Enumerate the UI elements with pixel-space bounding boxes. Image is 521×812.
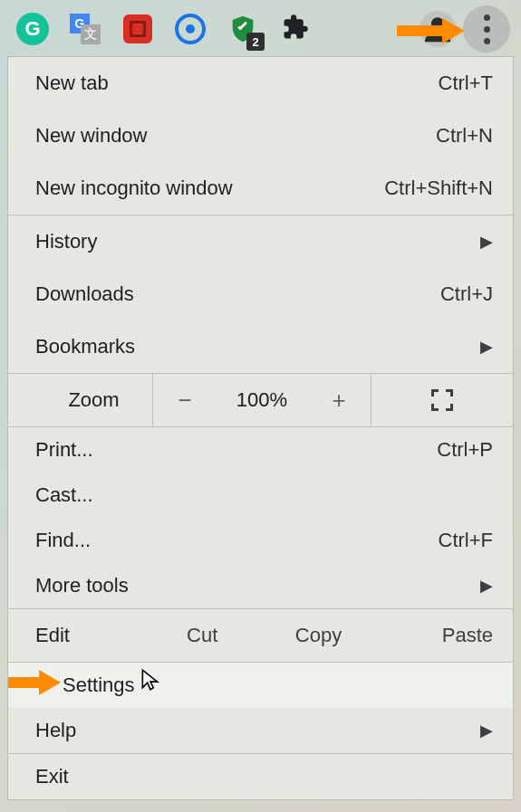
menu-item-new-tab[interactable]: New tab Ctrl+T <box>8 57 513 110</box>
mouse-cursor-icon <box>139 668 162 697</box>
zoom-value: 100% <box>217 374 307 426</box>
menu-item-history[interactable]: History ▶ <box>8 215 513 268</box>
extensions-puzzle-icon[interactable] <box>279 13 312 45</box>
menu-label: New tab <box>35 72 109 95</box>
menu-item-bookmarks[interactable]: Bookmarks ▶ <box>8 320 513 373</box>
menu-shortcut: Ctrl+N <box>436 124 493 148</box>
menu-item-help[interactable]: Help ▶ <box>8 708 513 753</box>
menu-label: Exit <box>35 765 69 788</box>
menu-item-print[interactable]: Print... Ctrl+P <box>8 427 513 473</box>
zoom-out-button[interactable]: − <box>153 374 217 426</box>
menu-item-exit[interactable]: Exit <box>8 754 513 799</box>
chevron-right-icon: ▶ <box>480 337 493 357</box>
menu-shortcut: Ctrl+P <box>437 438 493 462</box>
menu-item-more-tools[interactable]: More tools ▶ <box>8 563 513 608</box>
red-square-extension-icon[interactable] <box>121 13 154 45</box>
menu-item-downloads[interactable]: Downloads Ctrl+J <box>8 268 513 320</box>
menu-shortcut: Ctrl+F <box>439 529 494 552</box>
menu-label: Bookmarks <box>35 335 135 358</box>
menu-label: New window <box>35 124 148 148</box>
zoom-label: Zoom <box>8 374 153 426</box>
menu-shortcut: Ctrl+T <box>439 72 494 95</box>
menu-item-cast[interactable]: Cast... <box>8 473 513 518</box>
menu-edit-row: Edit Cut Copy Paste <box>8 609 513 662</box>
edit-cut-button[interactable]: Cut <box>144 624 260 647</box>
adblock-shield-extension-icon[interactable]: 2 <box>227 13 259 45</box>
menu-item-settings[interactable]: Settings <box>8 663 513 708</box>
edit-copy-button[interactable]: Copy <box>260 624 376 647</box>
overflow-menu-button[interactable] <box>463 5 510 53</box>
fullscreen-icon <box>431 389 453 411</box>
grammarly-extension-icon[interactable]: G <box>16 13 49 45</box>
menu-label: New incognito window <box>35 177 233 200</box>
menu-item-find[interactable]: Find... Ctrl+F <box>8 518 513 563</box>
browser-toolbar: G G 文 2 <box>0 0 521 53</box>
menu-label: Settings <box>63 673 135 697</box>
menu-label: History <box>35 230 97 253</box>
menu-label: Print... <box>35 438 93 462</box>
menu-shortcut: Ctrl+J <box>440 282 493 306</box>
menu-label: Help <box>35 719 76 742</box>
menu-label: Cast... <box>35 483 93 507</box>
chrome-overflow-menu: New tab Ctrl+T New window Ctrl+N New inc… <box>7 56 514 800</box>
annotation-arrow-to-settings <box>6 667 61 703</box>
edit-label: Edit <box>35 624 144 647</box>
menu-label: Find... <box>35 529 91 552</box>
edit-paste-button[interactable]: Paste <box>377 624 493 647</box>
menu-label: More tools <box>35 574 129 597</box>
menu-label: Downloads <box>35 282 134 306</box>
menu-item-new-window[interactable]: New window Ctrl+N <box>8 110 513 162</box>
menu-item-new-incognito[interactable]: New incognito window Ctrl+Shift+N <box>8 162 513 215</box>
google-translate-extension-icon[interactable]: G 文 <box>69 13 101 45</box>
blue-circle-extension-icon[interactable] <box>174 13 207 45</box>
chevron-right-icon: ▶ <box>480 721 493 740</box>
chevron-right-icon: ▶ <box>480 576 493 596</box>
menu-shortcut: Ctrl+Shift+N <box>384 177 493 200</box>
extension-badge: 2 <box>246 33 265 51</box>
zoom-in-button[interactable]: + <box>307 374 371 426</box>
chevron-right-icon: ▶ <box>480 232 493 252</box>
annotation-arrow-to-overflow <box>392 13 465 53</box>
menu-zoom-row: Zoom − 100% + <box>8 373 513 427</box>
fullscreen-button[interactable] <box>371 374 513 426</box>
